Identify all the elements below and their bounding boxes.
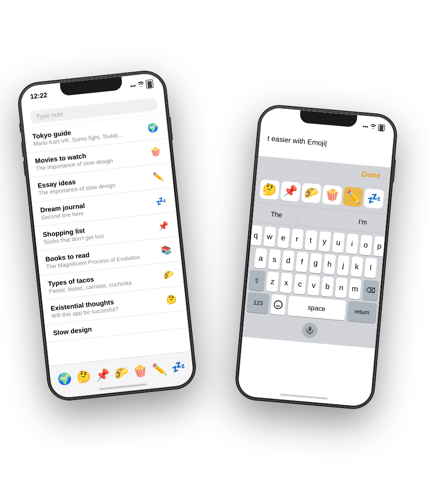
battery-icon: ▓ <box>146 79 154 88</box>
key-a[interactable]: a <box>254 247 268 268</box>
power-button <box>169 116 173 140</box>
key-q[interactable]: q <box>249 225 263 246</box>
phone-right: ▪▪▪ ▓ t easier with Emoji| Done <box>235 104 398 409</box>
phone-left-screen: 12:22 ▪▪▪ ▓ Type note Tokyo guide <box>19 72 194 399</box>
wifi-icon-right <box>370 124 377 130</box>
svg-point-0 <box>274 300 282 309</box>
done-button[interactable]: Done <box>357 168 385 182</box>
space-key[interactable]: space <box>287 295 346 320</box>
note-emoji: 🌍 <box>146 121 160 133</box>
key-s[interactable]: s <box>268 249 281 270</box>
key-y[interactable]: y <box>318 231 331 252</box>
notes-list: Tokyo guide Mario Kart VR, Sumo fight, T… <box>24 114 191 366</box>
note-content: t easier with Emoji| <box>267 134 328 147</box>
key-m[interactable]: m <box>349 278 362 299</box>
signal-icon: ▪▪▪ <box>130 82 136 88</box>
key-o[interactable]: o <box>359 235 372 256</box>
backspace-key[interactable]: ⌫ <box>362 279 379 301</box>
status-icons-left: ▪▪▪ ▓ <box>130 79 154 90</box>
emoji-picker-think[interactable]: 🤔 <box>259 179 280 200</box>
key-p[interactable]: p <box>373 236 386 257</box>
key-g[interactable]: g <box>309 252 322 273</box>
numbers-key[interactable]: 123 <box>246 292 270 314</box>
volume-down-button <box>23 161 27 176</box>
scene: 12:22 ▪▪▪ ▓ Type note Tokyo guide <box>33 38 395 466</box>
return-key[interactable]: return <box>347 301 377 323</box>
emoji-picker-zzz[interactable]: 💤 <box>364 188 384 209</box>
microphone-button[interactable] <box>302 322 318 339</box>
battery-icon-right: ▓ <box>378 124 385 131</box>
key-i[interactable]: i <box>345 233 359 254</box>
emoji-picker-pencil[interactable]: ✏️ <box>343 186 363 207</box>
status-time: 12:22 <box>30 91 48 100</box>
emoji-bar-think[interactable]: 🤔 <box>76 369 91 384</box>
emoji-picker-taco[interactable]: 🌮 <box>301 182 321 203</box>
emoji-bar-popcorn[interactable]: 🍿 <box>133 363 148 378</box>
key-c[interactable]: c <box>293 274 307 295</box>
key-k[interactable]: k <box>350 256 364 277</box>
key-r[interactable]: r <box>291 228 304 249</box>
key-t[interactable]: t <box>304 229 318 250</box>
emoji-bar-taco[interactable]: 🌮 <box>114 365 129 380</box>
key-h[interactable]: h <box>323 254 336 275</box>
key-z[interactable]: z <box>266 271 279 292</box>
keyboard: q w e r t y u i o p a s <box>243 222 385 348</box>
signal-icon-right: ▪▪▪ <box>362 123 369 129</box>
wifi-icon <box>137 81 145 88</box>
key-l[interactable]: l <box>364 257 378 278</box>
emoji-bar-pencil[interactable]: ✏️ <box>152 361 167 376</box>
emoji-key[interactable] <box>271 294 287 315</box>
emoji-picker-pin[interactable]: 📌 <box>280 181 301 201</box>
key-e[interactable]: e <box>277 227 290 248</box>
shift-key[interactable]: ⇧ <box>248 269 265 291</box>
status-icons-right: ▪▪▪ ▓ <box>362 123 385 131</box>
key-x[interactable]: x <box>280 272 293 293</box>
key-n[interactable]: n <box>335 277 348 298</box>
key-f[interactable]: f <box>295 251 309 272</box>
key-v[interactable]: v <box>307 275 321 295</box>
svg-rect-3 <box>308 326 311 331</box>
mute-button <box>19 123 22 132</box>
power-button-right <box>392 159 396 182</box>
emoji-bar-zzz[interactable]: 💤 <box>170 359 186 374</box>
volume-up-button <box>21 142 24 157</box>
emoji-picker-popcorn[interactable]: 🍿 <box>322 184 342 205</box>
phone2-content: t easier with Emoji| Done 🤔 📌 🌮 🍿 ✏️ 💤 <box>237 127 393 407</box>
key-u[interactable]: u <box>332 232 345 253</box>
suggest-the[interactable]: The <box>255 207 299 222</box>
emoji-bar-pin[interactable]: 📌 <box>95 367 110 382</box>
suggest-im[interactable]: I'm <box>341 214 385 229</box>
phone-left: 12:22 ▪▪▪ ▓ Type note Tokyo guide <box>17 69 197 401</box>
key-w[interactable]: w <box>263 226 276 247</box>
key-b[interactable]: b <box>321 276 334 297</box>
key-d[interactable]: d <box>282 250 295 271</box>
key-j[interactable]: j <box>337 255 350 276</box>
emoji-bar-globe[interactable]: 🌍 <box>57 371 73 386</box>
suggest-middle <box>298 214 341 222</box>
phone-right-screen: ▪▪▪ ▓ t easier with Emoji| Done <box>237 106 395 407</box>
